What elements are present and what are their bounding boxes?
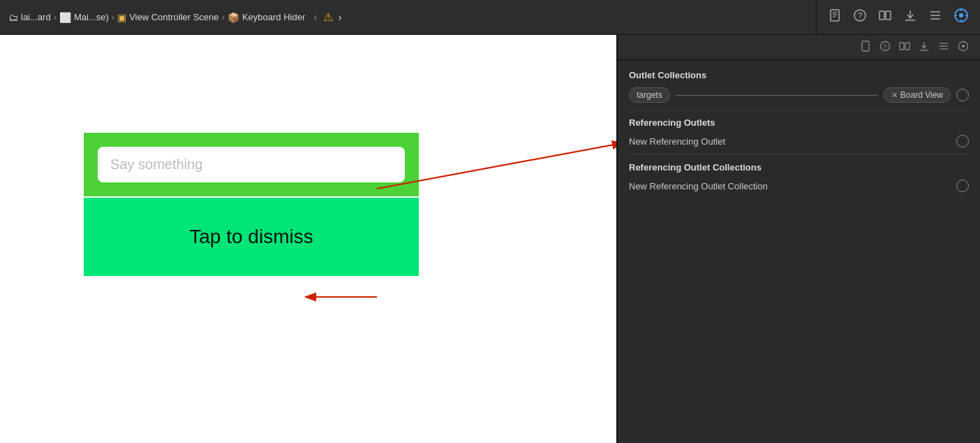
referencing-outlets-title: Referencing Outlets	[629, 117, 969, 128]
board-view-tag: ✕ Board View	[884, 87, 951, 103]
svg-text:?: ?	[883, 43, 886, 50]
box-icon: 📦	[228, 12, 239, 23]
section-divider-2	[629, 154, 969, 155]
svg-rect-0	[831, 10, 839, 21]
close-x-icon[interactable]: ✕	[891, 91, 898, 100]
navigate-icon[interactable]	[953, 8, 969, 27]
breadcrumb: 🗂 lai...ard › ⬜ Mai...se) › ▣ View Contr…	[0, 10, 816, 24]
nav-forward-button[interactable]: ›	[339, 11, 342, 24]
toolbar: 🗂 lai...ard › ⬜ Mai...se) › ▣ View Contr…	[0, 0, 980, 35]
panel-navigate-icon[interactable]	[958, 41, 969, 54]
panel-toolbar: ?	[618, 35, 980, 60]
breadcrumb-vcscene[interactable]: ▣ View Controller Scene	[117, 12, 218, 23]
outlet-circle[interactable]	[956, 89, 969, 101]
svg-rect-25	[900, 43, 904, 50]
outlet-collections-row: targets ✕ Board View	[629, 87, 969, 103]
panel-editor-icon[interactable]	[899, 41, 910, 54]
svg-point-33	[962, 45, 965, 48]
new-referencing-outlet-collection-row: New Referencing Outlet Collection	[629, 180, 969, 192]
svg-rect-6	[879, 11, 884, 20]
svg-rect-7	[886, 11, 891, 20]
panel-download-icon[interactable]	[919, 41, 930, 54]
breadcrumb-sep-1: ›	[54, 12, 57, 22]
toolbar-right-icons: ?	[816, 0, 980, 34]
main-content: Say something Tap to dismiss	[0, 35, 980, 443]
panel-content: Outlet Collections targets ✕ Board View …	[618, 60, 980, 208]
storyboard-icon: 🗂	[8, 12, 18, 23]
breadcrumb-sep-2: ›	[112, 12, 114, 22]
outlet-connector	[676, 95, 878, 96]
doc-icon: ⬜	[59, 12, 71, 23]
svg-rect-22	[862, 41, 869, 51]
svg-point-14	[959, 13, 963, 17]
green-bottom-section[interactable]: Tap to dismiss	[84, 198, 419, 276]
new-outlet-circle[interactable]	[956, 135, 969, 147]
section-divider-1	[629, 110, 969, 110]
canvas-area: Say something Tap to dismiss	[0, 35, 616, 443]
panel-help-icon[interactable]: ?	[879, 41, 891, 54]
panel-file-icon[interactable]	[860, 41, 871, 54]
download-icon[interactable]	[903, 8, 917, 26]
breadcrumb-keyboard-hider[interactable]: 📦 Keyboard Hider	[228, 12, 305, 23]
panel-inspector-icon[interactable]	[938, 41, 949, 54]
editor-icon[interactable]	[878, 8, 892, 26]
tap-dismiss-label: Tap to dismiss	[189, 226, 313, 248]
new-outlet-collection-circle[interactable]	[956, 180, 969, 192]
outlet-collections-title: Outlet Collections	[629, 70, 969, 80]
new-referencing-outlet-label: New Referencing Outlet	[629, 136, 956, 147]
svg-text:?: ?	[858, 11, 863, 21]
targets-tag: targets	[629, 87, 670, 103]
breadcrumb-storyboard[interactable]: 🗂 lai...ard	[8, 12, 51, 23]
nav-back-button[interactable]: ‹	[313, 11, 317, 24]
breadcrumb-sep-3: ›	[222, 12, 225, 22]
svg-rect-26	[905, 43, 910, 50]
referencing-outlet-collections-title: Referencing Outlet Collections	[629, 162, 969, 173]
inspector-icon[interactable]	[928, 8, 942, 26]
green-top-section: Say something	[84, 133, 419, 198]
breadcrumb-mainse[interactable]: ⬜ Mai...se)	[59, 12, 109, 23]
warning-icon: ⚠	[323, 10, 333, 24]
new-referencing-outlet-row: New Referencing Outlet	[629, 135, 969, 147]
say-something-input[interactable]: Say something	[98, 147, 405, 182]
new-referencing-outlet-collection-label: New Referencing Outlet Collection	[629, 181, 956, 191]
ui-preview: Say something Tap to dismiss	[84, 133, 419, 276]
help-icon[interactable]: ?	[853, 8, 867, 26]
nav-arrows: ‹ ⚠ ›	[308, 10, 348, 24]
right-panel: ?	[617, 35, 980, 443]
file-icon[interactable]	[828, 8, 842, 26]
scene-icon: ▣	[117, 12, 126, 23]
